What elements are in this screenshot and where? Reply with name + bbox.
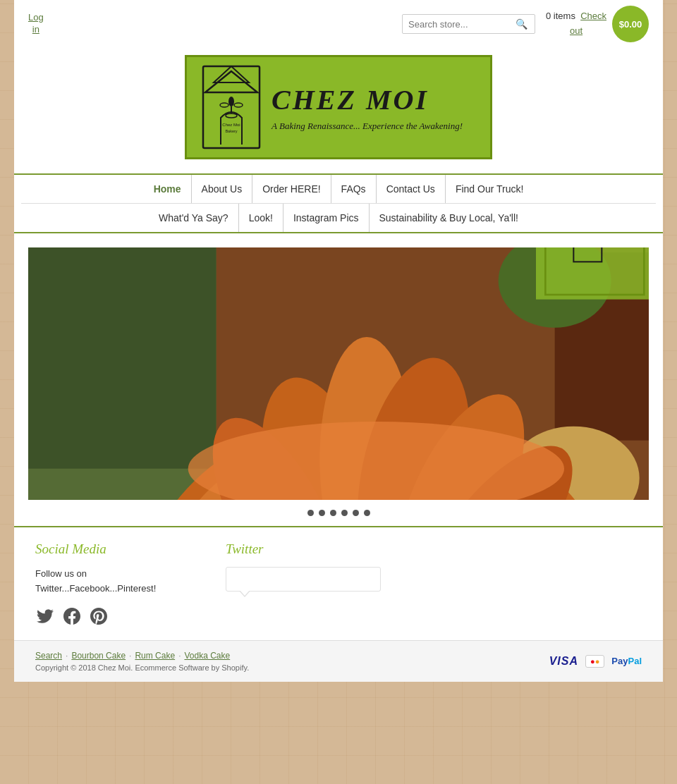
nav-whatd[interactable]: What'd Ya Say?: [149, 204, 239, 232]
svg-text:Chez Moi: Chez Moi: [222, 123, 240, 127]
twitter-column: Twitter: [226, 541, 642, 626]
cart-total-badge[interactable]: $0.00: [612, 6, 649, 42]
nav-sustainability[interactable]: Sustainability & Buy Local, Ya'll!: [370, 204, 528, 232]
social-icons-row: [35, 606, 190, 626]
footer-section: Social Media Follow us on Twitter...Face…: [14, 526, 663, 640]
main-content: Chez Moi: [14, 233, 663, 526]
cart-info: 0 items Check out: [546, 9, 606, 39]
svg-point-3: [228, 97, 234, 106]
nav-truck[interactable]: Find Our Truck!: [446, 175, 533, 203]
logo-icon: Chez Moi Bakery: [200, 63, 264, 152]
svg-point-5: [234, 103, 243, 107]
svg-text:Bakery: Bakery: [225, 129, 237, 133]
checkout-link[interactable]: Check out: [570, 11, 606, 36]
footer-link-search[interactable]: Search: [35, 651, 62, 661]
nav-look[interactable]: Look!: [239, 204, 283, 232]
nav-contact[interactable]: Contact Us: [377, 175, 446, 203]
brand-tagline: A Baking Renaissance... Experience the A…: [272, 121, 463, 132]
dot-1[interactable]: [307, 510, 314, 516]
logo-container: Chez Moi Bakery CHEZ MOI A Baking Renais…: [185, 55, 492, 159]
twitter-widget: [226, 567, 381, 592]
nav-row-1: Home About Us Order HERE! FAQs Contact U…: [21, 175, 656, 204]
login-link[interactable]: Log in: [28, 12, 44, 36]
search-button[interactable]: 🔍: [514, 18, 529, 30]
svg-point-7: [226, 114, 237, 118]
nav-about[interactable]: About Us: [192, 175, 253, 203]
nav-home[interactable]: Home: [144, 175, 192, 203]
copyright-text: Copyright © 2018 Chez Moi. Ecommerce Sof…: [35, 663, 249, 672]
follow-text: Follow us on Twitter...Facebook...Pinter…: [35, 567, 190, 596]
pinterest-icon[interactable]: [89, 606, 109, 626]
footer-link-bourbon[interactable]: Bourbon Cake: [71, 651, 126, 661]
facebook-icon[interactable]: [62, 606, 82, 626]
nav-row-2: What'd Ya Say? Look! Instagram Pics Sust…: [21, 204, 656, 232]
nav-order[interactable]: Order HERE!: [252, 175, 331, 203]
brand-name: CHEZ MOI: [272, 83, 463, 116]
social-media-title: Social Media: [35, 541, 190, 557]
nav-faqs[interactable]: FAQs: [331, 175, 377, 203]
mastercard-icon: ●●: [585, 655, 604, 668]
twitter-icon[interactable]: [35, 606, 55, 626]
payment-icons: VISA ●● PayPal: [549, 655, 642, 668]
visa-icon: VISA: [549, 655, 578, 668]
paypal-icon: PayPal: [611, 656, 642, 666]
dot-5[interactable]: [353, 510, 359, 516]
footer-link-vodka[interactable]: Vodka Cake: [184, 651, 230, 661]
svg-point-4: [220, 103, 228, 107]
svg-rect-11: [28, 247, 216, 469]
bottom-footer: Search · Bourbon Cake · Rum Cake · Vodka…: [14, 640, 663, 682]
search-input[interactable]: [408, 19, 514, 30]
slide-dots: [28, 500, 649, 526]
search-form: 🔍: [402, 14, 535, 34]
svg-marker-2: [214, 66, 249, 82]
social-media-column: Social Media Follow us on Twitter...Face…: [35, 541, 190, 626]
footer-links-row: Search · Bourbon Cake · Rum Cake · Vodka…: [35, 651, 249, 661]
logo-text: CHEZ MOI A Baking Renaissance... Experie…: [272, 83, 463, 132]
nav-wrapper: Home About Us Order HERE! FAQs Contact U…: [14, 173, 663, 233]
dot-2[interactable]: [319, 510, 325, 516]
footer-link-rum[interactable]: Rum Cake: [135, 651, 175, 661]
twitter-title: Twitter: [226, 541, 642, 557]
site-header: Chez Moi Bakery CHEZ MOI A Baking Renais…: [14, 48, 663, 173]
dot-4[interactable]: [341, 510, 348, 516]
dot-6[interactable]: [364, 510, 370, 516]
slideshow: Chez Moi: [28, 247, 649, 500]
nav-instagram[interactable]: Instagram Pics: [283, 204, 370, 232]
dot-3[interactable]: [330, 510, 336, 516]
svg-rect-27: [536, 247, 649, 300]
